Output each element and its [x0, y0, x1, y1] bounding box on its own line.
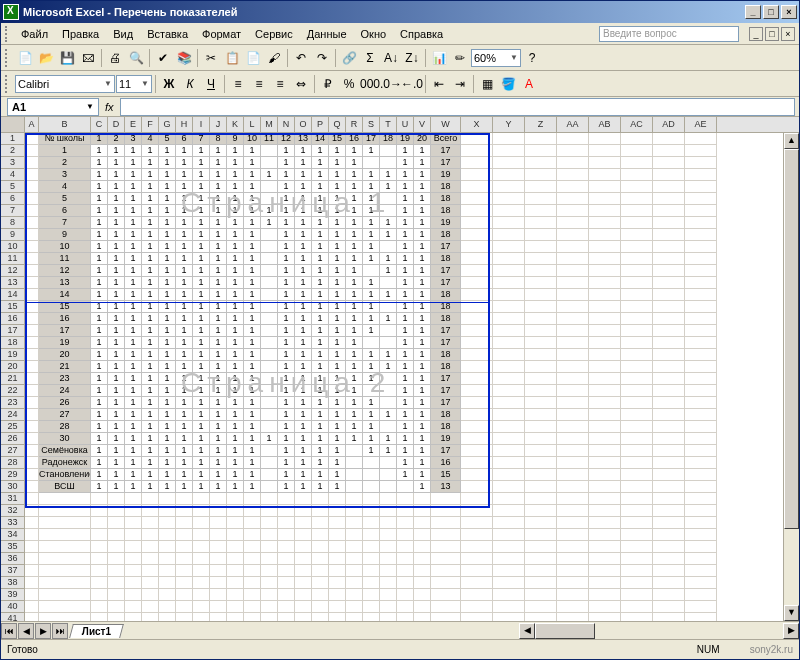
cell[interactable]: 1	[108, 193, 125, 205]
cell[interactable]: 1	[176, 397, 193, 409]
cell[interactable]	[39, 613, 91, 621]
cell[interactable]: 1	[278, 289, 295, 301]
cell[interactable]: 1	[363, 313, 380, 325]
cell[interactable]	[25, 325, 39, 337]
cell[interactable]: 1	[380, 361, 397, 373]
row-header[interactable]: 15	[1, 301, 25, 313]
cell[interactable]	[210, 541, 227, 553]
cell[interactable]	[525, 277, 557, 289]
cell[interactable]	[108, 517, 125, 529]
cell[interactable]	[380, 373, 397, 385]
cell[interactable]: 1	[125, 325, 142, 337]
cell[interactable]	[493, 133, 525, 145]
cell[interactable]: 1	[227, 157, 244, 169]
row-header[interactable]: 36	[1, 553, 25, 565]
cell[interactable]	[363, 469, 380, 481]
cell[interactable]	[557, 229, 589, 241]
first-sheet-icon[interactable]: ⏮	[1, 623, 17, 639]
cell[interactable]	[685, 361, 717, 373]
cell[interactable]: 1	[193, 313, 210, 325]
cell[interactable]: 8	[210, 133, 227, 145]
cell[interactable]: 1	[397, 409, 414, 421]
cell[interactable]	[25, 469, 39, 481]
cell[interactable]: 1	[414, 445, 431, 457]
cell[interactable]: 1	[363, 373, 380, 385]
cell[interactable]	[461, 457, 493, 469]
cell[interactable]: 19	[431, 217, 461, 229]
cell[interactable]	[685, 469, 717, 481]
cell[interactable]: 1	[346, 169, 363, 181]
cell[interactable]: 1	[312, 145, 329, 157]
cell[interactable]: 1	[108, 325, 125, 337]
cell[interactable]	[176, 589, 193, 601]
cell[interactable]	[621, 445, 653, 457]
cell[interactable]: 1	[108, 481, 125, 493]
cell[interactable]: 1	[108, 445, 125, 457]
cell[interactable]: 1	[159, 181, 176, 193]
cell[interactable]	[493, 229, 525, 241]
cell[interactable]	[493, 397, 525, 409]
cell[interactable]	[493, 505, 525, 517]
cell[interactable]	[312, 553, 329, 565]
cell[interactable]	[685, 565, 717, 577]
cell[interactable]: 1	[397, 469, 414, 481]
cell[interactable]: 1	[414, 361, 431, 373]
cell[interactable]: 1	[227, 361, 244, 373]
row-header[interactable]: 14	[1, 289, 25, 301]
cell[interactable]	[193, 541, 210, 553]
cell[interactable]: 1	[397, 169, 414, 181]
cell[interactable]: 1	[363, 205, 380, 217]
cell[interactable]	[25, 601, 39, 613]
cell[interactable]	[159, 529, 176, 541]
cell[interactable]: 1	[227, 277, 244, 289]
cell[interactable]	[261, 373, 278, 385]
cell[interactable]: 1	[91, 481, 108, 493]
cell[interactable]	[397, 577, 414, 589]
cell[interactable]: 1	[108, 181, 125, 193]
cell[interactable]: 1	[278, 349, 295, 361]
cell[interactable]	[295, 517, 312, 529]
cell[interactable]	[621, 169, 653, 181]
copy-icon[interactable]: 📋	[222, 48, 242, 68]
cell[interactable]	[125, 493, 142, 505]
cell[interactable]	[525, 445, 557, 457]
cell[interactable]	[557, 301, 589, 313]
cell[interactable]	[244, 529, 261, 541]
cell[interactable]	[621, 361, 653, 373]
cell[interactable]: 1	[193, 469, 210, 481]
cell[interactable]	[142, 601, 159, 613]
cell[interactable]: 1	[108, 337, 125, 349]
cell[interactable]: 1	[312, 349, 329, 361]
cell[interactable]	[525, 385, 557, 397]
cell[interactable]	[589, 181, 621, 193]
cell[interactable]	[621, 301, 653, 313]
cell[interactable]	[25, 157, 39, 169]
cell[interactable]: 19	[39, 337, 91, 349]
cell[interactable]	[261, 409, 278, 421]
cell[interactable]	[493, 313, 525, 325]
cell[interactable]	[653, 169, 685, 181]
cell[interactable]: 17	[431, 325, 461, 337]
cell[interactable]: 1	[125, 253, 142, 265]
cell[interactable]	[589, 361, 621, 373]
zoom-combo[interactable]: 60%▼	[471, 49, 521, 67]
cell[interactable]	[589, 157, 621, 169]
cell[interactable]	[363, 493, 380, 505]
cell[interactable]: 1	[346, 325, 363, 337]
cell[interactable]	[621, 553, 653, 565]
cell[interactable]	[193, 517, 210, 529]
cell[interactable]	[589, 469, 621, 481]
cell[interactable]: 1	[346, 145, 363, 157]
cell[interactable]	[261, 337, 278, 349]
cell[interactable]: 10	[39, 241, 91, 253]
cell[interactable]: 1	[176, 457, 193, 469]
restore-button[interactable]: □	[763, 5, 779, 19]
cell[interactable]: Радонежск	[39, 457, 91, 469]
cell[interactable]	[557, 433, 589, 445]
cell[interactable]: 1	[346, 217, 363, 229]
cell[interactable]	[653, 469, 685, 481]
cell[interactable]	[461, 265, 493, 277]
row-header[interactable]: 35	[1, 541, 25, 553]
cell[interactable]: 1	[193, 277, 210, 289]
cell[interactable]	[414, 517, 431, 529]
